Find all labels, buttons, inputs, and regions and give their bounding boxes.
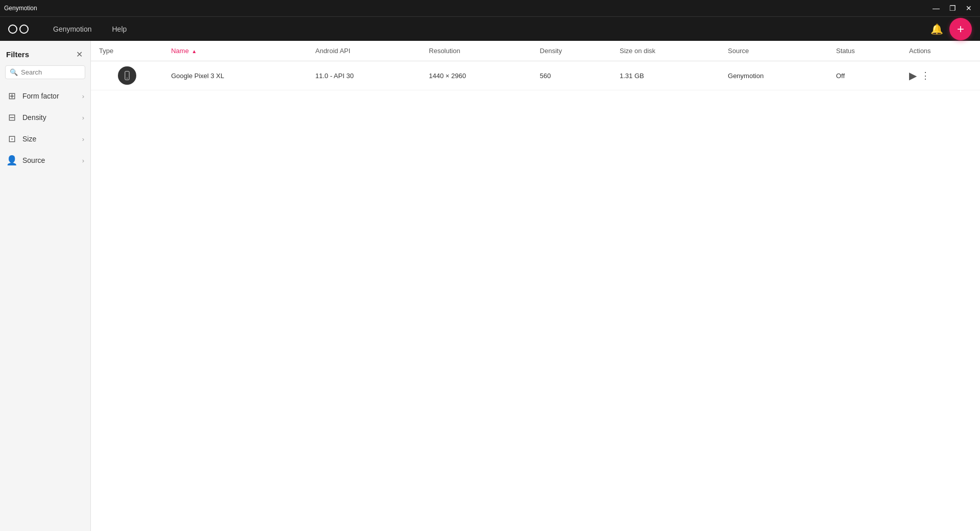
sidebar: Filters ✕ 🔍 ⊞ Form factor › ⊟ Density › … [0, 41, 91, 531]
col-type-label: Type [99, 47, 113, 55]
row-resolution-cell: 1440 × 2960 [421, 61, 531, 90]
plus-icon: + [957, 22, 964, 36]
row-type-cell [91, 61, 163, 90]
title-bar-controls: — ❐ ✕ [929, 1, 976, 15]
search-icon: 🔍 [10, 68, 18, 76]
title-bar: Genymotion — ❐ ✕ [0, 0, 980, 16]
row-source-cell: Genymotion [720, 61, 828, 90]
col-resolution[interactable]: Resolution [421, 41, 531, 61]
sidebar-item-size[interactable]: ⊡ Size › [0, 128, 90, 150]
table-header: Type Name ▲ Android API Resolution Densi… [91, 41, 980, 61]
col-size-label: Size on disk [620, 47, 655, 55]
col-size-on-disk[interactable]: Size on disk [611, 41, 720, 61]
row-name-cell: Google Pixel 3 XL [163, 61, 307, 90]
col-density-label: Density [540, 47, 562, 55]
row-size-cell: 1.31 GB [611, 61, 720, 90]
close-button[interactable]: ✕ [962, 1, 976, 15]
col-name[interactable]: Name ▲ [163, 41, 307, 61]
sidebar-item-source[interactable]: 👤 Source › [0, 150, 90, 171]
col-name-label: Name [171, 47, 189, 55]
table-body: Google Pixel 3 XL 11.0 - API 30 1440 × 2… [91, 61, 980, 90]
col-android-api[interactable]: Android API [307, 41, 421, 61]
device-table: Type Name ▲ Android API Resolution Densi… [91, 41, 980, 90]
filter-label-size: Size [22, 135, 77, 143]
col-status[interactable]: Status [828, 41, 901, 61]
col-type: Type [91, 41, 163, 61]
source-value: Genymotion [728, 72, 764, 80]
sidebar-close-button[interactable]: ✕ [74, 49, 84, 59]
device-icon-cell [99, 66, 155, 85]
phone-svg [122, 70, 132, 81]
col-android-api-label: Android API [315, 47, 351, 55]
menu-items: Genymotion Help [49, 23, 131, 35]
sidebar-item-density[interactable]: ⊟ Density › [0, 107, 90, 128]
filter-label-form-factor: Form factor [22, 92, 77, 100]
logo-circle-left [8, 25, 17, 34]
menu-help[interactable]: Help [108, 23, 131, 35]
android-api-value: 11.0 - API 30 [315, 72, 354, 80]
chevron-right-icon-density: › [82, 114, 84, 122]
logo-circles [8, 25, 29, 34]
density-icon: ⊟ [6, 112, 17, 123]
col-source-label: Source [728, 47, 749, 55]
form-factor-icon: ⊞ [6, 90, 17, 102]
svg-point-1 [127, 78, 128, 79]
main-layout: Filters ✕ 🔍 ⊞ Form factor › ⊟ Density › … [0, 41, 980, 531]
search-box[interactable]: 🔍 [5, 65, 85, 79]
content-area: Type Name ▲ Android API Resolution Densi… [91, 41, 980, 531]
more-options-button[interactable]: ⋮ [921, 70, 930, 81]
actions-cell: ▶ ⋮ [909, 69, 972, 82]
app-logo [8, 25, 29, 34]
title-bar-left: Genymotion [4, 5, 37, 12]
chevron-right-icon: › [82, 92, 84, 100]
col-source[interactable]: Source [720, 41, 828, 61]
restore-button[interactable]: ❐ [945, 1, 960, 15]
chevron-right-icon-size: › [82, 135, 84, 143]
minimize-button[interactable]: — [929, 1, 943, 15]
sidebar-item-form-factor[interactable]: ⊞ Form factor › [0, 85, 90, 107]
search-input[interactable] [21, 68, 81, 76]
filter-label-density: Density [22, 113, 77, 122]
sidebar-header: Filters ✕ [0, 47, 90, 65]
notification-bell[interactable]: 🔔 [930, 23, 943, 35]
filter-label-source: Source [22, 156, 77, 164]
logo-circle-right [19, 25, 29, 34]
sort-asc-icon: ▲ [192, 49, 197, 54]
device-name: Google Pixel 3 XL [171, 72, 224, 80]
source-icon: 👤 [6, 155, 17, 166]
col-actions-label: Actions [909, 47, 931, 55]
sidebar-title: Filters [6, 50, 29, 59]
row-actions-cell: ▶ ⋮ [901, 61, 980, 90]
chevron-right-icon-source: › [82, 157, 84, 164]
status-badge: Off [836, 72, 845, 80]
menu-bar: Genymotion Help 🔔 + [0, 16, 980, 41]
size-value: 1.31 GB [620, 72, 644, 80]
phone-icon [118, 66, 136, 85]
col-resolution-label: Resolution [429, 47, 460, 55]
app-title: Genymotion [4, 5, 37, 12]
size-icon: ⊡ [6, 133, 17, 144]
col-density[interactable]: Density [532, 41, 611, 61]
col-status-label: Status [836, 47, 855, 55]
row-status-cell: Off [828, 61, 901, 90]
table-row: Google Pixel 3 XL 11.0 - API 30 1440 × 2… [91, 61, 980, 90]
row-density-cell: 560 [532, 61, 611, 90]
resolution-value: 1440 × 2960 [429, 72, 466, 80]
play-button[interactable]: ▶ [909, 69, 917, 82]
table-header-row: Type Name ▲ Android API Resolution Densi… [91, 41, 980, 61]
add-device-button[interactable]: + [949, 18, 972, 40]
density-value: 560 [540, 72, 551, 80]
row-android-api-cell: 11.0 - API 30 [307, 61, 421, 90]
col-actions: Actions [901, 41, 980, 61]
menu-genymotion[interactable]: Genymotion [49, 23, 95, 35]
